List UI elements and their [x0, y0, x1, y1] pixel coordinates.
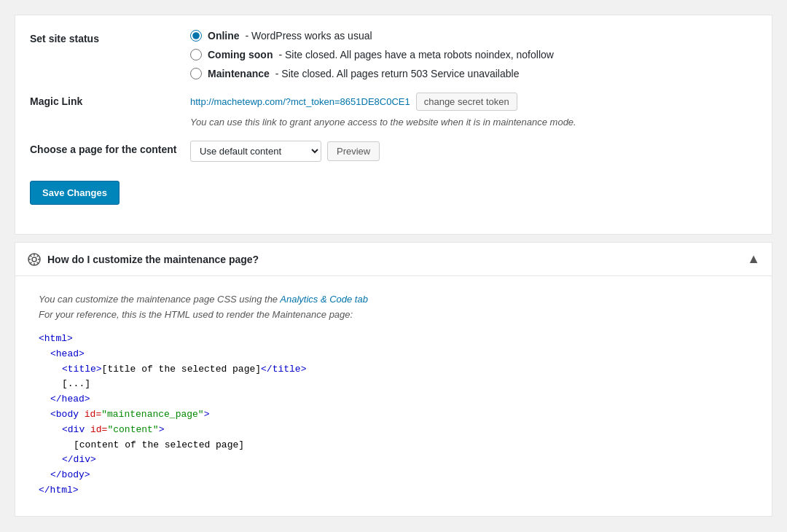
magic-link-label: Magic Link: [30, 93, 190, 107]
radio-online-label: Online: [208, 30, 240, 42]
code-line-content: [content of the selected page]: [39, 438, 748, 453]
code-line-div-close: </div>: [39, 453, 748, 468]
code-block: <html> <head> <title>[title of the selec…: [39, 332, 748, 498]
radio-online-input[interactable]: [190, 30, 202, 42]
accordion-desc1: You can customize the maintenance page C…: [39, 294, 748, 305]
radio-coming-soon[interactable]: Coming soon - Site closed. All pages hav…: [190, 49, 757, 60]
radio-maintenance[interactable]: Maintenance - Site closed. All pages ret…: [190, 68, 757, 79]
change-token-button[interactable]: change secret token: [416, 93, 517, 111]
code-line-html-close: </html>: [39, 483, 748, 498]
preview-button[interactable]: Preview: [327, 141, 380, 161]
gear-icon: [27, 252, 42, 267]
radio-online[interactable]: Online - WordPress works as usual: [190, 30, 757, 42]
svg-point-1: [32, 257, 36, 262]
content-page-label: Choose a page for the content: [30, 141, 190, 155]
magic-link-hint: You can use this link to grant anyone ac…: [190, 117, 757, 128]
code-line-body-open: <body id="maintenance_page">: [39, 407, 748, 423]
svg-line-7: [37, 262, 39, 263]
radio-coming-soon-desc: - Site closed. All pages have a meta rob…: [278, 49, 553, 60]
accordion-header[interactable]: How do I customize the maintenance page?…: [15, 243, 772, 276]
radio-maintenance-label: Maintenance: [208, 68, 270, 79]
save-changes-button[interactable]: Save Changes: [30, 181, 120, 205]
accordion-arrow-icon: ▲: [747, 251, 760, 267]
site-status-label: Set site status: [30, 30, 190, 44]
code-line-head-open: <head>: [39, 347, 748, 362]
accordion-title: How do I customize the maintenance page?: [47, 254, 259, 265]
svg-line-9: [30, 262, 31, 263]
code-line-ellipsis: [...]: [39, 377, 748, 392]
radio-maintenance-input[interactable]: [190, 68, 202, 79]
site-status-options: Online - WordPress works as usual Coming…: [190, 30, 757, 79]
accordion-body: You can customize the maintenance page C…: [15, 276, 772, 516]
analytics-code-tab-link[interactable]: Analytics & Code tab: [280, 294, 368, 305]
radio-coming-soon-label: Coming soon: [208, 49, 273, 60]
magic-link-content: http://machetewp.com/?mct_token=8651DE8C…: [190, 93, 757, 128]
accordion-section: How do I customize the maintenance page?…: [15, 242, 772, 517]
radio-online-desc: - WordPress works as usual: [246, 30, 372, 42]
code-line-head-close: </head>: [39, 392, 748, 407]
content-page-controls: Use default content Preview: [190, 141, 757, 162]
code-line-div-open: <div id="content">: [39, 423, 748, 438]
code-line-html-open: <html>: [39, 332, 748, 347]
accordion-desc2: For your reference, this is the HTML use…: [39, 309, 748, 320]
content-page-select[interactable]: Use default content: [190, 141, 321, 162]
magic-link-url[interactable]: http://machetewp.com/?mct_token=8651DE8C…: [190, 96, 410, 107]
code-line-title: <title>[title of the selected page]</tit…: [39, 362, 748, 378]
svg-line-8: [37, 255, 39, 257]
radio-coming-soon-input[interactable]: [190, 49, 202, 60]
svg-line-6: [30, 255, 31, 257]
code-line-body-close: </body>: [39, 468, 748, 483]
radio-maintenance-desc: - Site closed. All pages return 503 Serv…: [275, 68, 520, 79]
